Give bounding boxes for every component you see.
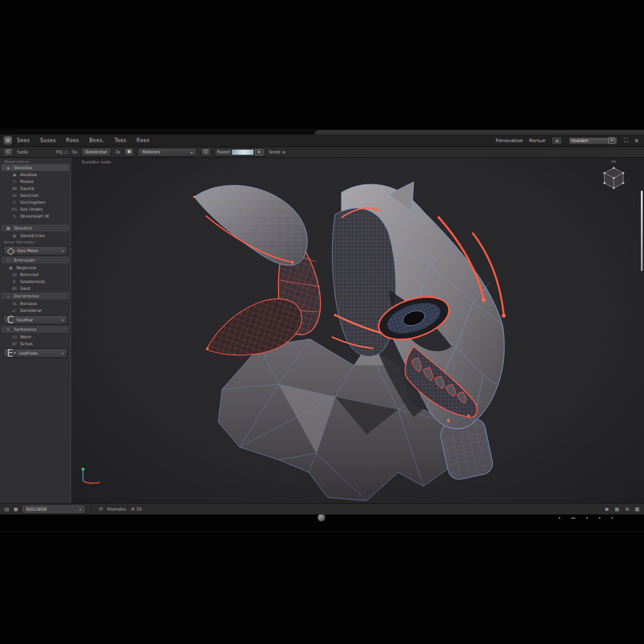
outliner-row-25[interactable]: 87Schas (0, 340, 70, 347)
statusbar-right-icons: ◉▦⊞▩ (604, 506, 640, 512)
dropdown-label: LeaFloes (19, 351, 38, 356)
row-label: Snclingeten (20, 200, 45, 205)
maximize-icon[interactable]: ⛶ (624, 137, 628, 144)
proportional-edit-control[interactable]: Raeet ▦ (214, 148, 265, 157)
row-label: Neon (20, 335, 31, 340)
row-label: Schas (20, 341, 33, 347)
indicator-lights (558, 517, 613, 519)
row-icon: E (11, 279, 18, 284)
outliner-row-21[interactable]: a°Denoterar (0, 307, 70, 314)
segment-icon[interactable]: ▦ (255, 149, 263, 155)
outliner-row-19[interactable]: ⟂Deciersoloe (1, 292, 69, 299)
outliner-row-17[interactable]: ESeaslensize (0, 278, 70, 285)
row-icon: □ (5, 258, 11, 262)
menu-item-4[interactable]: Tees (114, 138, 126, 143)
geodesic-button[interactable]: Geodcese (81, 148, 112, 157)
indicator-dot-2 (586, 517, 588, 519)
status-label: Ktenstoc (108, 507, 127, 512)
row-icon: S (11, 214, 18, 218)
row-icon: SL (11, 301, 18, 306)
outliner-row-5[interactable]: AISeorcion (0, 192, 70, 199)
row-icon: ▣ (11, 172, 18, 177)
menu-items: SeesSusesRoesBees.TeesRoes (17, 138, 150, 143)
outliner-row-23[interactable]: 9Serbeoece (1, 326, 69, 333)
count-badge: # 35 (131, 507, 142, 512)
count-b: 3s (115, 150, 120, 155)
layout-icon[interactable]: ⊞ (552, 136, 562, 145)
row-label: Negncioe (16, 265, 36, 270)
menu-item-renovation[interactable]: Fienovatioe (496, 138, 523, 143)
menubar-right: Fienovatioe Rorsue ⊞ Hueden + ⛶ ✕ (496, 136, 644, 145)
outliner-row-8[interactable]: SStviorosart W (0, 213, 70, 219)
row-label: Ses Undes (20, 207, 43, 212)
row-icon: ◇ (7, 245, 14, 257)
outliner-row-14[interactable]: □Errerouler (1, 257, 69, 264)
outliner-dropdown-22[interactable]: CSouthar▾ (3, 315, 67, 325)
indicator-dot-4 (611, 517, 613, 519)
statusbar-icon-3[interactable]: ▩ (635, 506, 640, 512)
editor-type-icon[interactable]: ◱ (3, 148, 13, 157)
workspace-dropdown[interactable]: Hueden + (569, 137, 618, 145)
viewport-scrollbar[interactable] (641, 191, 643, 271)
refresh-icon[interactable]: ⟳ (99, 506, 103, 512)
outliner-dropdown-26[interactable]: E·LeaFloes▾ (3, 348, 67, 358)
mode-dropdown[interactable]: Rebotes ▾ (138, 148, 197, 157)
grid-icon[interactable]: ▣ (124, 148, 134, 157)
close-icon[interactable]: ✕ (634, 138, 639, 144)
row-label: Deciersoloe (14, 294, 39, 299)
row-icon: C (7, 314, 14, 326)
row-label: Saurte (20, 186, 34, 191)
statusbar-icon-0[interactable]: ◉ (604, 506, 609, 512)
snap-label: Raeet (217, 150, 230, 155)
spacer (0, 219, 70, 224)
outliner-panel: Obsen orbs-o:◉Skeodea▣Alusboe⬡Posies88Sa… (0, 158, 71, 503)
menu-item-1[interactable]: Suses (40, 138, 56, 143)
row-icon: E· (7, 347, 16, 359)
viewport-label: Suredev sode (82, 160, 111, 165)
orientation-cube-icon[interactable] (599, 164, 628, 192)
menu-item-3[interactable]: Bees. (89, 138, 104, 143)
row-label: Alusboe (20, 172, 37, 177)
row-icon: ◉ (5, 165, 11, 170)
statusbar-icon-2[interactable]: ⊞ (625, 506, 630, 512)
menu-item-rescue[interactable]: Rorsue (529, 138, 545, 143)
outliner-row-11[interactable]: ▤Geordcicles (0, 232, 70, 239)
outliner-dropdown-13[interactable]: ◇Geo Mees▾ (3, 246, 67, 255)
chevron-down-icon: ▾ (191, 149, 192, 156)
scene-label[interactable]: Sada (17, 150, 52, 155)
snap-icon[interactable]: ◫ (201, 148, 211, 157)
navigation-gizmo[interactable]: III (597, 160, 630, 195)
outliner-row-3[interactable]: ⬡Posies (0, 178, 70, 185)
outliner-row-18[interactable]: 85Geot (0, 285, 70, 292)
datablock-value: IDOLSESE (26, 507, 47, 512)
row-icon: ⟂ (5, 294, 11, 299)
row-icon: ▦ (8, 265, 14, 270)
pin-icon[interactable]: ▣ (14, 506, 19, 512)
outliner-row-7[interactable]: EGSes Undes (0, 206, 70, 213)
outliner-row-20[interactable]: SLEorusos (0, 300, 70, 307)
add-workspace-icon[interactable]: + (608, 137, 615, 144)
viewport-3d[interactable]: Suredev sode III (71, 158, 644, 503)
datablock-field[interactable]: IDOLSESE ▾ (23, 506, 84, 513)
outliner-row-24[interactable]: 23Neon (0, 333, 70, 340)
count-a: 3a (72, 150, 77, 155)
statusbar-icon-1[interactable]: ▦ (614, 506, 619, 512)
chevron-down-icon: ▾ (62, 352, 64, 355)
menu-item-2[interactable]: Roes (66, 138, 79, 143)
editor-switch-icon[interactable]: ▤ (4, 506, 9, 512)
outliner-row-16[interactable]: 15Eernclsd (0, 271, 70, 278)
row-label: Obsen orbs-o: (4, 160, 30, 164)
menu-item-0[interactable]: Sees (17, 138, 30, 143)
outliner-row-15[interactable]: ▦Negncioe (0, 264, 70, 271)
bezel-edge (0, 531, 644, 532)
row-icon: EG (11, 207, 18, 211)
outliner-row-10[interactable]: ■Sboukon (1, 225, 69, 231)
active-segment[interactable] (232, 150, 253, 155)
outliner-row-1[interactable]: ◉Skeodea (1, 164, 69, 171)
menu-item-5[interactable]: Roes (136, 138, 150, 143)
outliner-row-6[interactable]: SSnclingeten (0, 199, 70, 206)
row-icon: ▤ (11, 233, 18, 238)
outliner-row-2[interactable]: ▣Alusboe (0, 171, 70, 178)
row-label: Geot (20, 286, 30, 291)
outliner-row-4[interactable]: 88Saurte (0, 185, 70, 192)
